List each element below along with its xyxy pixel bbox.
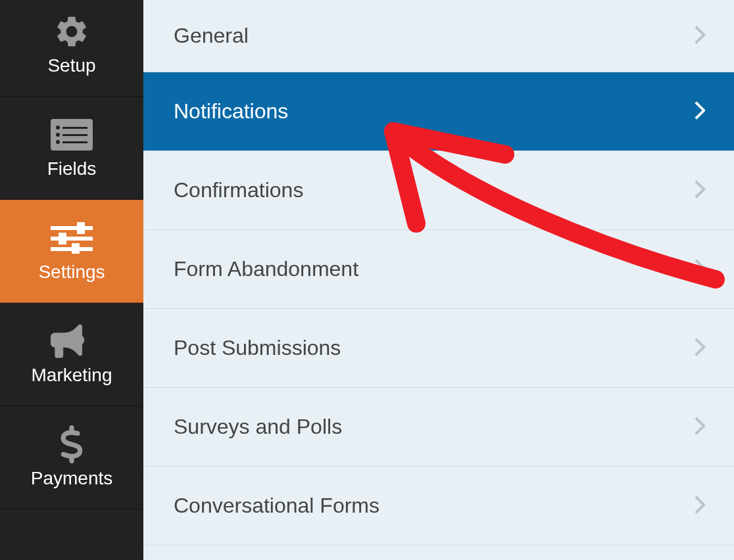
- settings-row-label: Notifications: [174, 99, 288, 124]
- sliders-icon: [51, 220, 93, 256]
- sidebar: Setup Fields: [0, 0, 143, 560]
- svg-rect-11: [59, 233, 66, 245]
- chevron-right-icon: [695, 338, 705, 359]
- sidebar-item-payments[interactable]: Payments: [0, 406, 143, 509]
- list-icon: [51, 116, 93, 153]
- svg-rect-10: [77, 222, 85, 234]
- chevron-right-icon: [695, 417, 705, 438]
- settings-row-surveys-polls[interactable]: Surveys and Polls: [143, 388, 734, 467]
- settings-row-notifications[interactable]: Notifications: [143, 72, 734, 151]
- sidebar-item-settings[interactable]: Settings: [0, 200, 143, 303]
- svg-rect-2: [62, 127, 87, 129]
- sidebar-item-label: Marketing: [32, 365, 112, 386]
- settings-row-label: General: [174, 24, 249, 48]
- svg-rect-6: [62, 141, 87, 143]
- svg-rect-1: [56, 126, 60, 129]
- svg-rect-5: [56, 140, 60, 144]
- sidebar-item-label: Payments: [31, 468, 113, 489]
- sidebar-item-marketing[interactable]: Marketing: [0, 303, 143, 406]
- chevron-right-icon: [695, 180, 705, 201]
- bullhorn-icon: [51, 323, 93, 360]
- settings-row-label: Form Abandonment: [174, 257, 358, 281]
- svg-rect-8: [51, 237, 93, 241]
- chevron-right-icon: [695, 101, 705, 122]
- settings-row-general[interactable]: General: [143, 0, 734, 72]
- settings-row-label: Surveys and Polls: [174, 415, 342, 439]
- gear-icon: [53, 13, 90, 50]
- chevron-right-icon: [695, 26, 705, 47]
- settings-row-confirmations[interactable]: Confirmations: [143, 151, 734, 230]
- dollar-icon: [59, 426, 85, 463]
- sidebar-item-label: Fields: [47, 158, 97, 179]
- settings-row-label: Confirmations: [174, 178, 303, 202]
- settings-row-conversational-forms[interactable]: Conversational Forms: [143, 467, 734, 546]
- sidebar-item-label: Settings: [38, 262, 105, 283]
- settings-row-post-submissions[interactable]: Post Submissions: [143, 309, 734, 388]
- settings-row-form-abandonment[interactable]: Form Abandonment: [143, 230, 734, 309]
- chevron-right-icon: [695, 496, 705, 517]
- svg-rect-7: [51, 226, 93, 230]
- sidebar-item-fields[interactable]: Fields: [0, 97, 143, 200]
- settings-row-label: Post Submissions: [174, 336, 341, 360]
- svg-rect-12: [72, 243, 80, 254]
- svg-rect-3: [56, 133, 60, 137]
- settings-row-label: Conversational Forms: [174, 494, 379, 518]
- settings-panel: General Notifications Confirmations Form…: [143, 0, 734, 560]
- svg-rect-4: [62, 134, 87, 136]
- chevron-right-icon: [695, 259, 705, 280]
- sidebar-item-setup[interactable]: Setup: [0, 0, 143, 97]
- sidebar-item-label: Setup: [47, 55, 95, 76]
